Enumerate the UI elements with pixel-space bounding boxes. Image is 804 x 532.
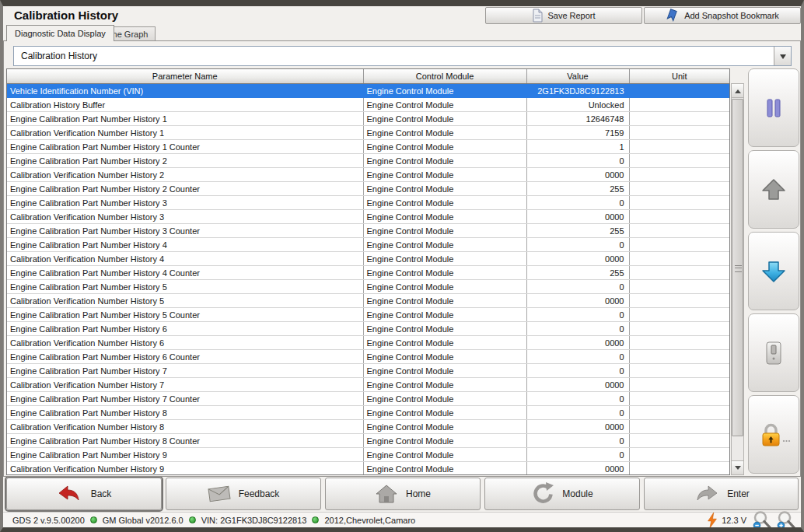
table-row[interactable]: Calibration Verification Number History … (7, 252, 729, 266)
cell-module: Engine Control Module (363, 84, 526, 98)
column-header-parameter-name[interactable]: Parameter Name (7, 69, 363, 84)
table-row[interactable]: Engine Calibration Part Number History 8… (7, 406, 729, 420)
table-row[interactable]: Engine Calibration Part Number History 6… (7, 322, 729, 336)
cell-parameter: Engine Calibration Part Number History 6 (7, 322, 363, 336)
app-window: Calibration History Save Report Add Snap… (0, 0, 804, 532)
cell-unit (629, 448, 729, 462)
cell-value: 255 (526, 182, 629, 196)
scrollbar-grip-icon (735, 265, 742, 272)
table-row[interactable]: Engine Calibration Part Number History 3… (7, 224, 729, 238)
table-row[interactable]: Engine Calibration Part Number History 7… (7, 392, 729, 406)
cell-value: 0 (526, 434, 629, 448)
cell-value: 0 (526, 308, 629, 322)
table-row[interactable]: Calibration Verification Number History … (7, 336, 729, 350)
cell-parameter: Calibration Verification Number History … (7, 294, 363, 308)
table-row[interactable]: Engine Calibration Part Number History 9… (7, 448, 729, 462)
down-arrow-icon (760, 259, 788, 284)
cell-parameter: Engine Calibration Part Number History 6… (7, 350, 363, 364)
table-row[interactable]: Engine Calibration Part Number History 4… (7, 266, 729, 280)
green-status-dot (189, 516, 196, 523)
cell-value: 1 (526, 140, 629, 154)
scrollbar-down-button[interactable] (732, 460, 743, 474)
column-header-control-module[interactable]: Control Module (363, 69, 526, 84)
column-header-unit[interactable]: Unit (629, 69, 729, 84)
table-row[interactable]: Calibration History BufferEngine Control… (7, 98, 729, 112)
home-button[interactable]: Home (325, 478, 481, 510)
vin-readout: VIN: 2G1FK3DJ8C9122813 (201, 516, 307, 525)
scrollbar-up-button[interactable] (732, 84, 743, 98)
table-row[interactable]: Engine Calibration Part Number History 5… (7, 308, 729, 322)
cell-value: 0 (526, 448, 629, 462)
table-row[interactable]: Calibration Verification Number History … (7, 420, 729, 434)
cell-parameter: Engine Calibration Part Number History 4… (7, 266, 363, 280)
up-arrow-icon (760, 177, 788, 202)
pause-button[interactable] (748, 68, 799, 147)
table-row[interactable]: Calibration Verification Number History … (7, 294, 729, 308)
enter-arrow-icon (693, 484, 719, 504)
column-header-value[interactable]: Value (526, 69, 629, 84)
back-label: Back (91, 488, 112, 499)
table-row[interactable]: Calibration Verification Number History … (7, 210, 729, 224)
cell-unit (629, 182, 729, 196)
cell-parameter: Calibration Verification Number History … (7, 378, 363, 392)
cell-parameter: Engine Calibration Part Number History 2… (7, 182, 363, 196)
table-row[interactable]: Calibration Verification Number History … (7, 378, 729, 392)
feedback-button[interactable]: Feedback (166, 478, 321, 510)
cell-value: 255 (526, 266, 629, 280)
table-row[interactable]: Engine Calibration Part Number History 3… (7, 196, 729, 210)
module-button[interactable]: Module (484, 478, 640, 510)
cell-module: Engine Control Module (363, 196, 526, 210)
move-down-button[interactable] (748, 232, 799, 310)
table-row[interactable]: Calibration Verification Number History … (7, 462, 729, 476)
bookmark-icon (666, 9, 680, 23)
toggle-switch-button[interactable] (748, 313, 799, 392)
status-bar: GDS 2 v.9.5.00200 GM Global v2012.6.0 VI… (3, 512, 801, 527)
save-report-label: Save Report (547, 11, 595, 20)
green-status-dot (90, 516, 97, 523)
table-row[interactable]: Vehicle Identification Number (VIN)Engin… (7, 84, 729, 98)
cell-parameter: Engine Calibration Part Number History 2 (7, 154, 363, 168)
cell-unit (629, 462, 729, 476)
table-row[interactable]: Calibration Verification Number History … (7, 168, 729, 182)
cell-parameter: Engine Calibration Part Number History 1… (7, 140, 363, 154)
cell-module: Engine Control Module (363, 336, 526, 350)
cell-parameter: Calibration Verification Number History … (7, 210, 363, 224)
status-left: GDS 2 v.9.5.00200 GM Global v2012.6.0 VI… (12, 516, 707, 525)
cell-parameter: Calibration Verification Number History … (7, 252, 363, 266)
status-right: 12.3 V (707, 510, 796, 530)
lock-button[interactable] (748, 395, 799, 474)
add-snapshot-bookmark-button[interactable]: Add Snapshot Bookmark (644, 7, 801, 24)
table-vertical-scrollbar[interactable] (731, 83, 744, 475)
cell-parameter: Engine Calibration Part Number History 3 (7, 196, 363, 210)
cell-value: 2G1FK3DJ8C9122813 (526, 84, 629, 98)
table-row[interactable]: Engine Calibration Part Number History 2… (7, 182, 729, 196)
cell-parameter: Calibration Verification Number History … (7, 336, 363, 350)
table-row[interactable]: Calibration Verification Number History … (7, 126, 729, 140)
cell-value: 0000 (526, 252, 629, 266)
zoom-in-icon[interactable] (776, 510, 796, 530)
table-row[interactable]: Engine Calibration Part Number History 1… (7, 140, 729, 154)
back-button[interactable]: Back (6, 478, 162, 510)
cell-unit (629, 434, 729, 448)
cell-unit (629, 98, 729, 112)
enter-button[interactable]: Enter (644, 478, 799, 510)
cell-unit (629, 308, 729, 322)
cell-parameter: Engine Calibration Part Number History 7… (7, 392, 363, 406)
table-row[interactable]: Engine Calibration Part Number History 7… (7, 364, 729, 378)
dropdown-open-button[interactable] (774, 47, 791, 65)
table-row[interactable]: Engine Calibration Part Number History 6… (7, 350, 729, 364)
table-row[interactable]: Engine Calibration Part Number History 2… (7, 154, 729, 168)
cell-module: Engine Control Module (363, 252, 526, 266)
feedback-label: Feedback (239, 488, 280, 499)
table-row[interactable]: Engine Calibration Part Number History 1… (7, 112, 729, 126)
table-row[interactable]: Engine Calibration Part Number History 8… (7, 434, 729, 448)
scrollbar-thumb[interactable] (732, 99, 743, 436)
chevron-down-icon (780, 54, 786, 62)
data-list-dropdown[interactable]: Calibration History (13, 46, 792, 66)
save-report-button[interactable]: Save Report (485, 7, 642, 24)
tab-diagnostic-data-display[interactable]: Diagnostic Data Display (6, 25, 114, 41)
move-up-button[interactable] (748, 150, 799, 229)
table-row[interactable]: Engine Calibration Part Number History 5… (7, 280, 729, 294)
table-row[interactable]: Engine Calibration Part Number History 4… (7, 238, 729, 252)
zoom-out-icon[interactable] (752, 510, 772, 530)
